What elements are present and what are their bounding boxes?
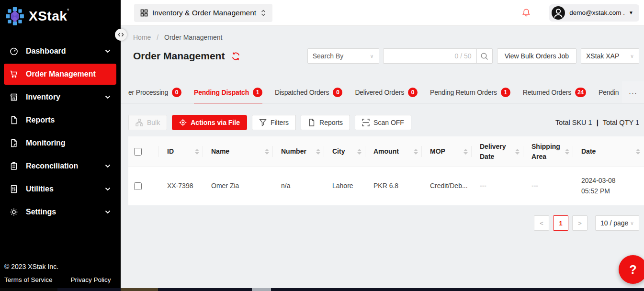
notification-bell-icon[interactable]: [521, 8, 531, 18]
sidebar-item-order-management[interactable]: Order Management: [4, 64, 116, 85]
sidebar-item-label: Order Management: [26, 70, 96, 78]
collapse-arrows-icon: [117, 32, 124, 37]
total-qty: Total QTY 1: [603, 119, 639, 126]
tab-returned-orders[interactable]: Returned Orders 24: [523, 81, 586, 103]
sort-icon[interactable]: [357, 149, 362, 155]
prev-page-button[interactable]: <: [534, 215, 549, 231]
orders-table: ID Name Number City Amount MOP: [128, 136, 644, 205]
page-size-select[interactable]: 10 / page ∨: [595, 215, 639, 231]
sort-icon[interactable]: [565, 149, 569, 155]
copyright-text: © 2023 XStak Inc.: [4, 263, 116, 270]
bulk-label: Bulk: [147, 119, 160, 126]
column-header-date[interactable]: Date: [573, 136, 644, 167]
filters-button[interactable]: Filters: [252, 115, 296, 130]
row-checkbox[interactable]: [134, 182, 142, 190]
sort-icon[interactable]: [265, 149, 269, 155]
sort-icon[interactable]: [316, 149, 320, 155]
help-button[interactable]: ?: [619, 255, 644, 284]
tabs-more-button[interactable]: ···: [622, 81, 644, 103]
sidebar-item-label: Settings: [26, 208, 56, 216]
sidebar-item-dashboard[interactable]: Dashboard: [4, 41, 116, 62]
page-1-button[interactable]: 1: [553, 215, 568, 231]
column-header-number[interactable]: Number: [273, 136, 324, 167]
sidebar-item-settings[interactable]: Settings: [4, 201, 116, 223]
search-button[interactable]: [476, 48, 493, 64]
column-header-id[interactable]: ID: [159, 136, 203, 167]
terms-of-service-link[interactable]: Terms of Service: [4, 276, 53, 283]
page-title: Order Management: [133, 50, 225, 62]
logo[interactable]: XStak°: [0, 0, 121, 26]
view-bulk-orders-job-label: View Bulk Orders Job: [505, 52, 569, 60]
tab-pending-dispatch[interactable]: Pending Dispatch 1: [194, 81, 262, 103]
table-row[interactable]: XX-7398 Omer Zia n/a Lahore PKR 6.8 Cred…: [128, 167, 644, 205]
sort-icon[interactable]: [463, 149, 468, 155]
next-page-button[interactable]: >: [572, 215, 588, 231]
sort-icon[interactable]: [515, 149, 520, 155]
sliders-icon: [10, 185, 18, 193]
cell-name: Omer Zia: [203, 181, 273, 191]
title-row: Order Management Search By ∨ 0 / 50 View…: [133, 48, 644, 64]
search-by-select[interactable]: Search By ∨: [307, 48, 379, 64]
reports-button[interactable]: Reports: [301, 115, 350, 130]
tab-count-badge: 1: [253, 88, 262, 97]
privacy-policy-link[interactable]: Privacy Policy: [71, 276, 111, 283]
tab-delivered-orders[interactable]: Delivered Orders 0: [355, 81, 418, 103]
scan-toggle-button[interactable]: Scan OFF: [355, 115, 411, 130]
channel-select[interactable]: XStak XAP ∨: [581, 48, 639, 64]
cell-id[interactable]: XX-7398: [159, 181, 203, 191]
tab-label: er Processing: [128, 89, 168, 96]
column-header-amount[interactable]: Amount: [365, 136, 422, 167]
bulk-button[interactable]: Bulk: [128, 115, 167, 130]
sidebar-item-reports[interactable]: Reports: [4, 110, 116, 131]
chevron-down-icon: [105, 164, 111, 168]
column-header-city[interactable]: City: [324, 136, 365, 167]
breadcrumb: Home / Order Management: [133, 34, 644, 41]
sidebar-item-inventory[interactable]: Inventory: [4, 87, 116, 108]
select-all-checkbox-cell: [128, 136, 159, 167]
tab-count-badge: 0: [172, 88, 181, 97]
sort-icon[interactable]: [195, 149, 199, 155]
tab-pending-partial[interactable]: Pending F: [599, 81, 619, 103]
user-menu[interactable]: demo@xstak.com . ▼: [549, 4, 639, 22]
chevron-down-icon: [105, 49, 111, 53]
refresh-icon[interactable]: [231, 52, 240, 61]
search-input[interactable]: 0 / 50: [383, 48, 477, 64]
toolbar: Bulk Actions via File Filters Reports Sc…: [128, 115, 644, 130]
tab-order-processing[interactable]: er Processing 0: [128, 81, 181, 103]
topbar: Inventory & Order Management demo@xstak.…: [121, 0, 644, 26]
column-header-shipping-area[interactable]: Shipping Area: [523, 136, 573, 167]
sidebar-item-monitoring[interactable]: Monitoring: [4, 133, 116, 154]
tab-count-badge: 0: [333, 88, 342, 97]
row-checkbox-cell: [128, 167, 159, 205]
column-header-delivery-date[interactable]: Delivery Date: [472, 136, 523, 167]
tab-pending-return-orders[interactable]: Pending Return Orders 1: [430, 81, 510, 103]
tab-label: Pending Return Orders: [430, 89, 497, 96]
sort-icon[interactable]: [636, 149, 640, 155]
cell-mop: Credit/Deb...: [422, 181, 472, 191]
sort-icon[interactable]: [414, 149, 418, 155]
gear-icon: [10, 208, 18, 216]
cell-delivery-date: ---: [472, 181, 523, 191]
tab-dispatched-orders[interactable]: Dispatched Orders 0: [275, 81, 342, 103]
column-label: MOP: [430, 146, 445, 156]
cell-number: n/a: [273, 181, 324, 191]
view-bulk-orders-job-button[interactable]: View Bulk Orders Job: [497, 48, 576, 64]
select-all-checkbox[interactable]: [134, 148, 142, 156]
breadcrumb-home[interactable]: Home: [133, 34, 151, 41]
cell-date: 2024-03-08 05:52 PM: [573, 176, 636, 196]
search-counter: 0 / 50: [455, 52, 472, 60]
sidebar-item-label: Reports: [26, 116, 55, 124]
column-header-name[interactable]: Name: [203, 136, 273, 167]
sidebar-item-utilities[interactable]: Utilities: [4, 179, 116, 200]
column-label: Number: [281, 146, 306, 156]
app-switcher-select[interactable]: Inventory & Order Management: [134, 4, 272, 22]
sidebar-collapse-toggle[interactable]: [115, 29, 127, 41]
xstak-logo-icon: [5, 6, 25, 26]
sidebar-footer: © 2023 XStak Inc. Terms of Service Priva…: [4, 263, 116, 283]
actions-via-file-button[interactable]: Actions via File: [172, 115, 247, 130]
column-label: Delivery Date: [480, 142, 512, 161]
sidebar-item-reconciliation[interactable]: Reconciliation: [4, 156, 116, 177]
column-header-mop[interactable]: MOP: [422, 136, 472, 167]
column-label: ID: [167, 146, 174, 156]
report-file-icon: [308, 119, 316, 126]
